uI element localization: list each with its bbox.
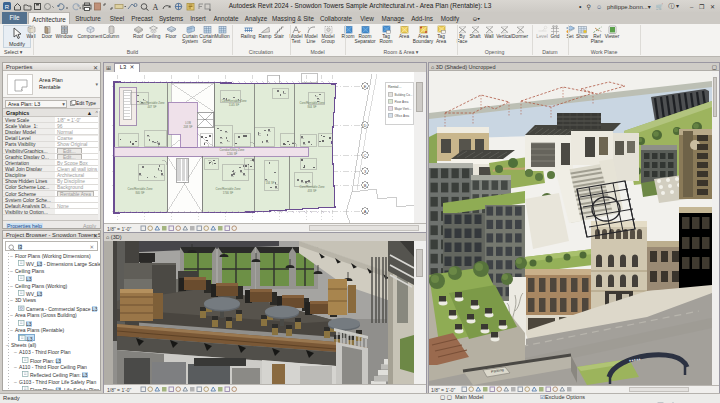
svg-text:1240 SF: 1240 SF bbox=[227, 152, 238, 156]
svg-text:Rental...: Rental... bbox=[388, 85, 401, 89]
svg-text:208 SF: 208 SF bbox=[183, 125, 192, 129]
svg-text:1145 SF: 1145 SF bbox=[229, 103, 240, 107]
svg-text:B: B bbox=[364, 183, 367, 188]
svg-text:A: A bbox=[364, 209, 367, 214]
svg-text:Building Co...: Building Co... bbox=[395, 93, 413, 97]
svg-text:C: C bbox=[364, 153, 367, 158]
svg-text:844 SF: 844 SF bbox=[307, 105, 316, 109]
svg-text:Floor Area: Floor Area bbox=[395, 100, 409, 104]
svg-text:D: D bbox=[364, 123, 367, 128]
svg-text:134 SF: 134 SF bbox=[265, 181, 274, 185]
svg-text:433 SF: 433 SF bbox=[307, 189, 316, 193]
svg-text:E: E bbox=[364, 84, 367, 89]
svg-text:Office Area: Office Area bbox=[395, 114, 410, 118]
svg-text:840 SF: 840 SF bbox=[135, 191, 144, 195]
svg-text:A: A bbox=[153, 2, 159, 11]
svg-text:447 SF: 447 SF bbox=[147, 105, 156, 109]
svg-text:R: R bbox=[5, 4, 10, 10]
svg-text:1746 SF: 1746 SF bbox=[223, 191, 234, 195]
svg-text:Major Verti...: Major Verti... bbox=[395, 107, 412, 111]
